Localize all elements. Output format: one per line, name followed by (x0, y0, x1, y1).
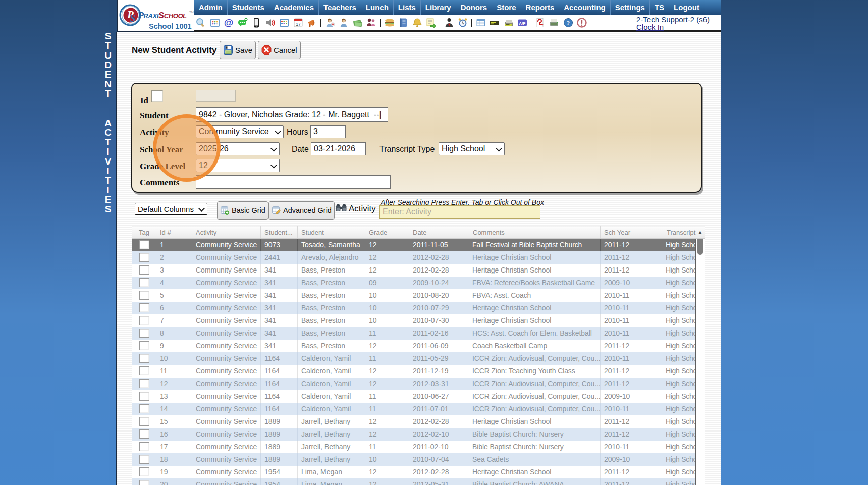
svg-text:?: ? (566, 19, 570, 27)
svg-text:A/P: A/P (519, 21, 526, 26)
svg-text:PRAXISCHOOL: PRAXISCHOOL (138, 11, 187, 20)
svg-text:School 1001: School 1001 (149, 22, 192, 30)
svg-text:TM: TM (189, 11, 194, 14)
svg-text:@: @ (224, 18, 234, 28)
svg-text:S: S (130, 12, 136, 24)
svg-text:17: 17 (296, 22, 301, 27)
